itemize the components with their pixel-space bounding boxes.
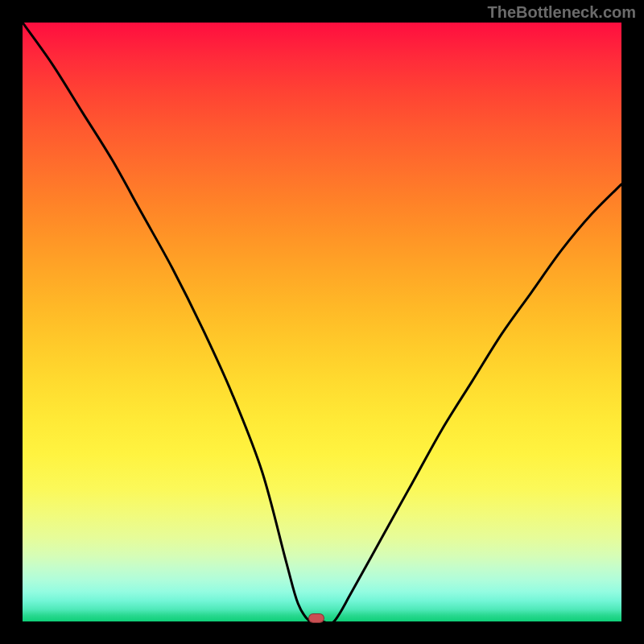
watermark-text: TheBottleneck.com	[488, 3, 636, 22]
optimum-marker	[308, 613, 324, 623]
bottleneck-curve	[23, 23, 621, 621]
chart-frame: TheBottleneck.com	[0, 0, 644, 644]
plot-area	[23, 23, 621, 621]
